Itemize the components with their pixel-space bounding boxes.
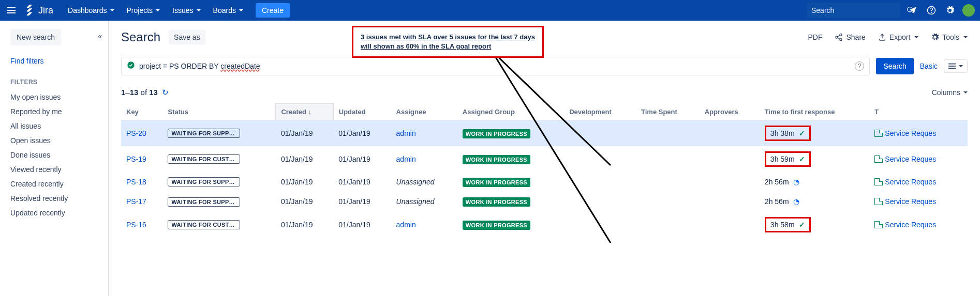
feedback-icon[interactable]: [907, 4, 919, 17]
col-time-spent[interactable]: Time Spent: [636, 104, 700, 120]
filter-all-issues[interactable]: All issues: [10, 119, 98, 133]
filter-created-recently[interactable]: Created recently: [10, 177, 98, 191]
issue-key-link[interactable]: PS-16: [126, 221, 146, 229]
col-key[interactable]: Key: [121, 104, 162, 120]
search-button[interactable]: Search: [876, 58, 913, 74]
sla-value: 2h 56m: [765, 197, 789, 206]
chevron-down-icon: [197, 9, 201, 11]
save-as-button[interactable]: Save as: [169, 30, 205, 44]
assignee-link[interactable]: admin: [396, 129, 416, 137]
col-development[interactable]: Development: [564, 104, 636, 120]
menu-icon[interactable]: [5, 4, 18, 17]
nav-issues[interactable]: Issues: [166, 0, 206, 21]
jql-help-icon[interactable]: ?: [855, 61, 864, 71]
chevron-down-icon: [963, 36, 968, 38]
updated-cell: 01/Jan/19: [333, 120, 391, 147]
issuetype-icon: [874, 198, 883, 205]
result-count: 1–13 of 13 ↻: [121, 88, 169, 97]
status-lozenge: WAITING FOR CUSTOM...: [168, 154, 240, 164]
updated-cell: 01/Jan/19: [333, 146, 391, 172]
filter-done-issues[interactable]: Done issues: [10, 148, 98, 162]
filter-my-open-issues[interactable]: My open issues: [10, 90, 98, 104]
status-lozenge: WAITING FOR SUPPORT: [168, 197, 240, 207]
filter-open-issues[interactable]: Open issues: [10, 133, 98, 148]
check-icon: ✓: [799, 155, 805, 163]
svg-line-9: [838, 35, 840, 37]
issuetype-icon: [874, 221, 883, 228]
group-lozenge: WORK IN PROGRESS: [463, 197, 530, 207]
create-button[interactable]: Create: [256, 3, 290, 18]
jql-input[interactable]: project = PS ORDER BY createdDate ?: [121, 57, 870, 75]
filter-list: My open issuesReported by meAll issuesOp…: [10, 90, 98, 220]
col-assigned-group[interactable]: Assigned Group: [457, 104, 564, 120]
col-created[interactable]: Created ↓: [276, 104, 333, 120]
assignee-unassigned: Unassigned: [396, 197, 435, 206]
settings-icon[interactable]: [944, 4, 956, 17]
issue-key-link[interactable]: PS-17: [126, 197, 146, 206]
group-lozenge: WORK IN PROGRESS: [463, 155, 530, 164]
view-toggle[interactable]: [944, 59, 968, 73]
export-action[interactable]: Export: [878, 33, 918, 41]
user-avatar[interactable]: [962, 4, 975, 17]
issue-type-link[interactable]: Service Reques: [874, 178, 962, 186]
share-action[interactable]: Share: [835, 33, 865, 41]
new-search-button[interactable]: New search: [10, 29, 61, 45]
issue-type-link[interactable]: Service Reques: [874, 197, 962, 206]
global-search-input[interactable]: [807, 3, 906, 18]
created-cell: 01/Jan/19: [276, 172, 333, 192]
sla-highlight-box: 3h 38m ✓: [765, 126, 811, 141]
table-row[interactable]: PS-16WAITING FOR CUSTOM...01/Jan/1901/Ja…: [121, 212, 968, 238]
nav-dashboards[interactable]: Dashboards: [62, 0, 121, 21]
assignee-link[interactable]: admin: [396, 221, 416, 229]
nav-projects[interactable]: Projects: [121, 0, 167, 21]
table-row[interactable]: PS-19WAITING FOR CUSTOM...01/Jan/1901/Ja…: [121, 146, 968, 172]
col-updated[interactable]: Updated: [333, 104, 391, 120]
pdf-action[interactable]: PDF: [808, 33, 822, 41]
basic-link[interactable]: Basic: [920, 62, 938, 70]
col-t[interactable]: T: [869, 104, 968, 120]
sla-value: 3h 38m: [770, 129, 795, 137]
col-time-to-first-response[interactable]: Time to first response: [760, 104, 869, 120]
assignee-unassigned: Unassigned: [396, 178, 435, 186]
filter-viewed-recently[interactable]: Viewed recently: [10, 162, 98, 177]
table-row[interactable]: PS-20WAITING FOR SUPPORT01/Jan/1901/Jan/…: [121, 120, 968, 147]
group-lozenge: WORK IN PROGRESS: [463, 178, 530, 187]
col-assignee[interactable]: Assignee: [391, 104, 457, 120]
sla-value: 3h 59m: [770, 155, 795, 163]
topbar: Jira DashboardsProjectsIssuesBoards Crea…: [0, 0, 980, 21]
assignee-link[interactable]: admin: [396, 155, 416, 163]
help-icon[interactable]: [925, 4, 938, 17]
issue-type-link[interactable]: Service Reques: [874, 221, 962, 229]
callout-line1: 3 issues met with SLA over 5 issues for …: [361, 33, 535, 42]
refresh-icon[interactable]: ↻: [160, 88, 169, 97]
columns-dropdown[interactable]: Columns: [932, 88, 968, 97]
filter-updated-recently[interactable]: Updated recently: [10, 206, 98, 220]
issue-type-link[interactable]: Service Reques: [874, 129, 962, 137]
find-filters-link[interactable]: Find filters: [10, 57, 98, 65]
issue-key-link[interactable]: PS-18: [126, 178, 146, 186]
sla-highlight-box: 3h 58m ✓: [765, 217, 811, 232]
clock-icon: ◔: [793, 178, 799, 186]
jira-logo[interactable]: Jira: [24, 5, 53, 16]
table-row[interactable]: PS-17WAITING FOR SUPPORT01/Jan/1901/Jan/…: [121, 192, 968, 211]
filter-resolved-recently[interactable]: Resolved recently: [10, 191, 98, 206]
filter-reported-by-me[interactable]: Reported by me: [10, 104, 98, 119]
timespent-cell: [636, 146, 700, 172]
chevron-down-icon: [963, 91, 968, 94]
collapse-sidebar-icon[interactable]: «: [98, 32, 102, 40]
col-approvers[interactable]: Approvers: [700, 104, 760, 120]
annotation-callout: 3 issues met with SLA over 5 issues for …: [352, 26, 544, 58]
tools-action[interactable]: Tools: [931, 33, 968, 41]
issue-type-link[interactable]: Service Reques: [874, 155, 962, 163]
issue-key-link[interactable]: PS-20: [126, 129, 146, 137]
sla-highlight-box: 3h 59m ✓: [765, 151, 811, 167]
page-header: Search Save as PDF Share Export Tools: [121, 30, 968, 44]
global-search[interactable]: [807, 3, 900, 18]
col-status[interactable]: Status: [162, 104, 276, 120]
svg-rect-13: [948, 66, 956, 67]
jql-row: project = PS ORDER BY createdDate ? Sear…: [121, 57, 968, 75]
table-row[interactable]: PS-18WAITING FOR SUPPORT01/Jan/1901/Jan/…: [121, 172, 968, 192]
check-circle-icon: [127, 61, 135, 71]
issue-key-link[interactable]: PS-19: [126, 155, 146, 163]
nav-boards[interactable]: Boards: [207, 0, 249, 21]
